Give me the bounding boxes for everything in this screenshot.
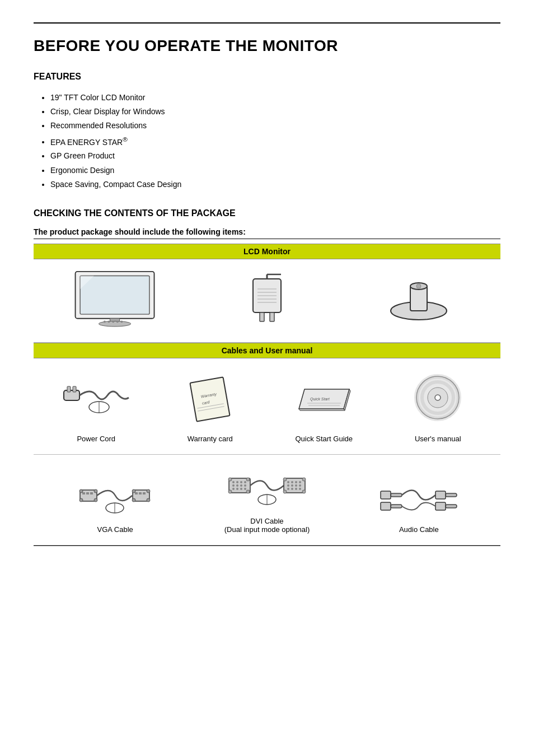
svg-point-83 bbox=[287, 481, 289, 483]
item-quick-start: Quick Start Quick Start Guide bbox=[274, 370, 374, 443]
cd-label: User's manual bbox=[415, 435, 461, 443]
svg-point-97 bbox=[302, 478, 306, 481]
svg-point-62 bbox=[147, 498, 150, 502]
item-stand-base bbox=[369, 270, 469, 331]
svg-point-67 bbox=[244, 481, 246, 483]
svg-rect-58 bbox=[143, 492, 146, 494]
svg-point-61 bbox=[147, 489, 150, 493]
quick-start-label: Quick Start Guide bbox=[295, 435, 353, 443]
svg-point-98 bbox=[302, 490, 306, 493]
list-item: 19" TFT Color LCD Monitor bbox=[50, 91, 500, 105]
svg-point-78 bbox=[246, 478, 250, 481]
svg-point-50 bbox=[79, 498, 83, 502]
svg-rect-101 bbox=[435, 491, 446, 499]
list-item: Recommended Resolutions bbox=[50, 119, 500, 133]
svg-point-51 bbox=[94, 489, 97, 493]
svg-rect-24 bbox=[64, 390, 79, 400]
category-bar-lcd: LCD Monitor bbox=[34, 244, 500, 259]
features-list: 19" TFT Color LCD Monitor Crisp, Clear D… bbox=[34, 91, 500, 192]
list-item: EPA ENERGY STAR® bbox=[50, 133, 500, 150]
cables2-items-row: VGA Cable bbox=[34, 455, 500, 545]
svg-point-4 bbox=[99, 321, 130, 326]
svg-rect-25 bbox=[67, 386, 71, 392]
dvi-cable-icon bbox=[228, 466, 306, 512]
item-dvi-cable: DVI Cable(Dual input mode optional) bbox=[199, 466, 335, 534]
cd-icon bbox=[413, 370, 463, 426]
warranty-card-icon: Warranty card bbox=[185, 370, 235, 426]
svg-point-91 bbox=[287, 488, 289, 490]
svg-point-71 bbox=[244, 484, 246, 487]
svg-point-74 bbox=[240, 488, 242, 490]
item-lcd-monitor bbox=[65, 270, 165, 331]
svg-rect-100 bbox=[391, 493, 402, 497]
list-item: GP Green Product bbox=[50, 149, 500, 163]
bottom-divider bbox=[34, 545, 500, 546]
audio-cable-icon bbox=[380, 474, 458, 521]
power-cord-label: Power Cord bbox=[77, 435, 115, 443]
svg-point-86 bbox=[299, 481, 301, 483]
svg-rect-82 bbox=[284, 478, 305, 493]
power-brick-icon bbox=[242, 270, 292, 326]
list-item: Crisp, Clear Display for Windows bbox=[50, 105, 500, 119]
svg-point-75 bbox=[244, 488, 246, 490]
lcd-items-row bbox=[34, 259, 500, 343]
svg-point-9 bbox=[120, 320, 123, 323]
list-item: Space Saving, Compact Case Design bbox=[50, 178, 500, 192]
svg-rect-12 bbox=[270, 312, 274, 321]
svg-point-66 bbox=[240, 481, 242, 483]
item-cd: User's manual bbox=[388, 370, 488, 443]
svg-point-60 bbox=[132, 498, 135, 502]
cables-items-row: Power Cord Warranty card Warranty card bbox=[34, 358, 500, 455]
svg-point-70 bbox=[240, 484, 242, 487]
top-divider bbox=[34, 22, 500, 24]
item-power-cord: Power Cord bbox=[46, 370, 146, 443]
svg-rect-57 bbox=[139, 492, 142, 494]
svg-point-79 bbox=[246, 490, 250, 493]
checking-title: CHECKING THE CONTENTS OF THE PACKAGE bbox=[34, 208, 500, 218]
svg-point-72 bbox=[232, 488, 235, 490]
svg-rect-47 bbox=[86, 492, 89, 494]
svg-point-59 bbox=[132, 489, 135, 493]
lcd-monitor-icon bbox=[71, 270, 160, 326]
svg-point-44 bbox=[435, 395, 441, 400]
list-item: Ergonomic Design bbox=[50, 164, 500, 178]
svg-rect-26 bbox=[73, 386, 76, 392]
warranty-card-label: Warranty card bbox=[188, 435, 233, 443]
stand-base-icon bbox=[388, 270, 449, 326]
svg-rect-102 bbox=[446, 493, 457, 497]
svg-rect-48 bbox=[90, 492, 93, 494]
svg-point-90 bbox=[299, 484, 301, 487]
svg-rect-105 bbox=[435, 502, 446, 510]
svg-rect-1 bbox=[80, 276, 149, 314]
checking-section: CHECKING THE CONTENTS OF THE PACKAGE The… bbox=[34, 208, 500, 546]
dvi-subtitle: (Dual input mode optional) bbox=[224, 525, 310, 534]
vga-cable-icon bbox=[79, 474, 152, 521]
svg-point-96 bbox=[283, 490, 287, 493]
svg-rect-103 bbox=[381, 502, 391, 510]
svg-rect-11 bbox=[260, 312, 264, 321]
svg-point-7 bbox=[112, 320, 114, 323]
svg-rect-106 bbox=[446, 505, 457, 508]
svg-point-64 bbox=[232, 481, 235, 483]
svg-point-94 bbox=[299, 488, 301, 490]
svg-point-92 bbox=[291, 488, 293, 490]
item-audio-cable: Audio Cable bbox=[350, 474, 487, 534]
quick-start-icon: Quick Start bbox=[293, 370, 355, 426]
svg-point-87 bbox=[287, 484, 289, 487]
svg-point-77 bbox=[228, 490, 232, 493]
svg-point-73 bbox=[236, 488, 238, 490]
svg-rect-56 bbox=[135, 492, 138, 494]
package-intro: The product package should include the f… bbox=[34, 227, 500, 239]
svg-text:Quick Start: Quick Start bbox=[310, 397, 330, 402]
svg-point-84 bbox=[291, 481, 293, 483]
svg-point-93 bbox=[295, 488, 297, 490]
svg-point-89 bbox=[295, 484, 297, 487]
svg-point-76 bbox=[228, 478, 232, 481]
svg-point-85 bbox=[295, 481, 297, 483]
svg-rect-99 bbox=[381, 491, 391, 499]
category-bar-cables: Cables and User manual bbox=[34, 343, 500, 358]
svg-point-5 bbox=[104, 320, 106, 323]
svg-rect-46 bbox=[82, 492, 85, 494]
audio-cable-label: Audio Cable bbox=[399, 525, 439, 534]
dvi-cable-label: DVI Cable(Dual input mode optional) bbox=[224, 517, 310, 534]
